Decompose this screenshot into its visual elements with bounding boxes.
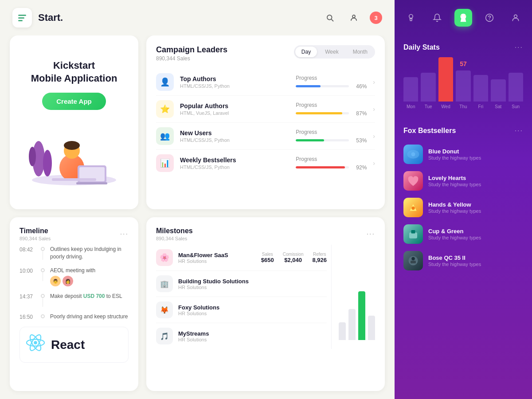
bar-label-mon: Mon xyxy=(407,104,415,109)
react-logo-section: React xyxy=(20,327,129,363)
daily-stats-dots[interactable]: ··· xyxy=(515,43,523,51)
bs-thumb-5 xyxy=(403,251,423,270)
nav-icon-lightbulb[interactable] xyxy=(402,9,420,27)
ms-stat-refers: Refers 8,926 xyxy=(312,252,327,263)
header: Start. 3 xyxy=(0,0,395,35)
nav-icon-question[interactable] xyxy=(481,9,498,27)
bar-label-sun: Sun xyxy=(512,104,520,109)
ms-bar-2 xyxy=(348,309,356,340)
ms-stat-sales-label: Sales xyxy=(261,252,274,257)
user-icon[interactable] xyxy=(346,10,362,26)
tl-time-4: 16:50 xyxy=(20,313,35,320)
bar-fri: Fri xyxy=(473,75,488,109)
timeline-card: Timeline 890,344 Sales ··· 08:42 Outline… xyxy=(10,217,138,391)
ms-stat-commission: Comission $2,040 xyxy=(283,252,304,263)
popular-authors-progress: Progress 87% xyxy=(296,102,367,117)
ms-stat-refers-value: 8,926 xyxy=(312,257,327,263)
ms-info-2: Building Studio Solutions HR Solutions xyxy=(178,278,327,290)
tab-day[interactable]: Day xyxy=(295,47,317,57)
tl-text-1: Outlines keep you Indulging in poorly dr… xyxy=(50,246,129,261)
campaign-title-block: Campaign Leaders 890,344 Sales xyxy=(156,45,227,62)
fox-bestsellers-section: Fox Bestsellers ··· Blue Donut Study the… xyxy=(395,122,532,399)
right-sidebar: Daily Stats ··· 57 Mon Tue Wed xyxy=(395,0,532,399)
tab-month[interactable]: Month xyxy=(347,47,374,57)
weekly-bestsellers-sub: HTML/CSS/JS, Python xyxy=(180,164,289,170)
milestones-card: Milestones 890,344 Sales ··· 🌸 Man&Flowe… xyxy=(146,217,385,391)
bs-info-2: Lovely Hearts Study the highway types xyxy=(428,175,523,187)
milestones-list: 🌸 Man&Flower SaaS HR Solutions Sales $65… xyxy=(156,245,327,349)
tl-line-2 xyxy=(43,272,43,281)
row-arrow-3[interactable]: › xyxy=(373,133,375,140)
progress-bar-fill-2 xyxy=(296,112,342,114)
bs-info-4: Cup & Green Study the highway types xyxy=(428,228,523,240)
ms-stat-sales: Sales $650 xyxy=(261,252,274,263)
tl-dot-4 xyxy=(41,314,45,318)
tl-time-2: 10:00 xyxy=(20,267,35,274)
timeline-sub: 890,344 Sales xyxy=(20,236,51,241)
row-arrow-2[interactable]: › xyxy=(373,106,375,113)
fox-bestsellers-header: Fox Bestsellers ··· xyxy=(403,127,523,135)
kickstart-title: Kickstart Mobile Application xyxy=(31,59,117,85)
illustration-svg xyxy=(25,123,123,185)
svg-point-28 xyxy=(411,257,415,261)
row-arrow-1[interactable]: › xyxy=(373,78,375,86)
ms-name-2: Building Studio Solutions xyxy=(178,278,327,285)
bestseller-item-3[interactable]: Hands & Yellow Study the highway types xyxy=(403,194,523,221)
logo-text: Start. xyxy=(38,12,63,23)
milestones-dots-icon[interactable]: ··· xyxy=(367,230,375,238)
tl-text-4: Poorly driving and keep structure xyxy=(50,313,128,321)
create-app-button[interactable]: Create App xyxy=(42,93,106,110)
ms-stat-commission-label: Comission xyxy=(283,252,304,257)
search-icon[interactable] xyxy=(322,10,338,26)
timeline-dots-icon[interactable]: ··· xyxy=(120,230,129,238)
fox-bestsellers-dots[interactable]: ··· xyxy=(515,127,523,135)
popular-authors-name: Popular Authors xyxy=(180,102,289,110)
nav-icon-fox[interactable] xyxy=(454,9,472,27)
progress-pct-2: 87% xyxy=(352,110,367,117)
tl-content-2: AEOL meeting with 👨 👩 xyxy=(50,267,95,287)
bestseller-item-5[interactable]: Bose QC 35 II Study the highway types xyxy=(403,247,523,274)
row-arrow-4[interactable]: › xyxy=(373,160,375,167)
progress-label-1: Progress xyxy=(296,75,367,81)
bar-label-tue: Tue xyxy=(425,104,432,109)
tl-time-3: 14:37 xyxy=(20,293,35,300)
bar-thu: Thu xyxy=(456,70,470,109)
campaign-row-popular-authors: ⭐ Popular Authors HTML, VueJS, Laravel P… xyxy=(156,96,375,123)
bestseller-item-1[interactable]: Blue Donut Study the highway types xyxy=(403,141,523,168)
tl-dot-3 xyxy=(41,294,45,298)
milestones-content: 🌸 Man&Flower SaaS HR Solutions Sales $65… xyxy=(156,245,375,349)
ms-stat-refers-label: Refers xyxy=(312,252,327,257)
progress-bar-fill-3 xyxy=(296,139,324,141)
svg-point-14 xyxy=(34,341,37,344)
top-authors-sub: HTML/CSS/JS, Python xyxy=(180,83,289,89)
bestseller-item-4[interactable]: Cup & Green Study the highway types xyxy=(403,221,523,247)
svg-point-9 xyxy=(64,141,80,150)
ms-sub-2: HR Solutions xyxy=(178,285,327,290)
nav-icon-bell[interactable] xyxy=(428,9,446,27)
ms-bar-4 xyxy=(368,316,375,340)
svg-point-5 xyxy=(43,150,52,176)
milestones-title-block: Milestones 890,344 Sales xyxy=(156,227,193,241)
notification-badge[interactable]: 3 xyxy=(370,12,382,24)
progress-label-4: Progress xyxy=(296,156,367,162)
top-authors-name: Top Authors xyxy=(180,75,289,82)
bestseller-item-2[interactable]: Lovely Hearts Study the highway types xyxy=(403,168,523,194)
bar-col-thu xyxy=(456,70,470,102)
bs-sub-4: Study the highway types xyxy=(428,235,523,240)
campaign-header: Campaign Leaders 890,344 Sales Day Week … xyxy=(156,45,375,62)
main-area: Start. 3 Kickstart Mobile Application Cr… xyxy=(0,0,395,399)
tab-week[interactable]: Week xyxy=(319,47,344,57)
svg-rect-13 xyxy=(52,178,96,181)
milestones-sub: 890,344 Sales xyxy=(156,236,193,241)
top-authors-progress: Progress 46% xyxy=(296,75,367,90)
bar-label-thu: Thu xyxy=(459,104,467,109)
bs-info-1: Blue Donut Study the highway types xyxy=(428,148,523,160)
daily-stats-header: Daily Stats ··· xyxy=(403,43,523,51)
bs-thumb-1 xyxy=(403,145,423,164)
nav-icon-user[interactable] xyxy=(507,9,524,27)
weekly-bestsellers-progress: Progress 92% xyxy=(296,156,367,171)
progress-bar-fill-1 xyxy=(296,85,320,87)
ms-sub-3: HR Solutions xyxy=(178,311,327,316)
new-users-info: New Users HTML/CSS/JS, Python xyxy=(180,129,289,143)
bs-name-3: Hands & Yellow xyxy=(428,201,523,208)
